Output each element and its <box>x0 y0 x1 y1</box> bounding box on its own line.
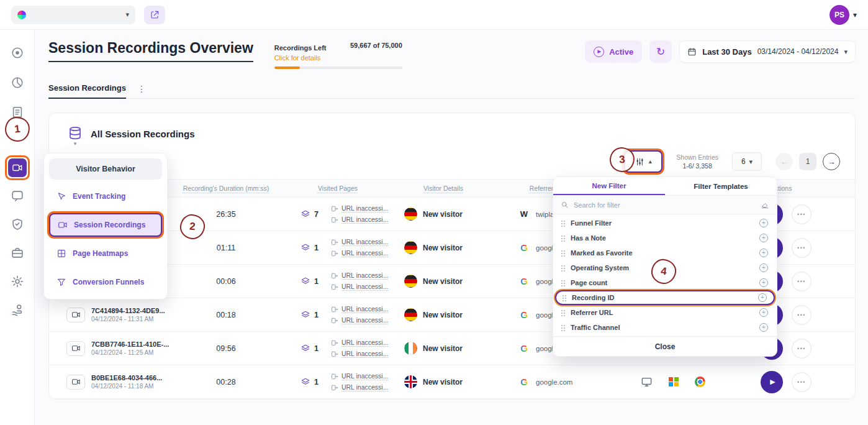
clear-search-icon[interactable] <box>761 201 769 209</box>
recording-date: 04/12/2024 - 11:25 AM <box>91 349 169 356</box>
visited-url[interactable]: URL inaccessi... <box>331 204 388 212</box>
visitor-country-flag-icon <box>404 308 417 321</box>
filter-option-has-a-note[interactable]: Has a Note+ <box>553 231 777 245</box>
add-filter-icon[interactable]: + <box>759 308 768 317</box>
page-heatmaps-icon <box>57 249 66 258</box>
row-actions-button[interactable]: ••• <box>792 204 811 224</box>
tab-new-filter[interactable]: New Filter <box>553 177 665 195</box>
add-filter-icon[interactable]: + <box>759 323 768 332</box>
filter-option-recording-id[interactable]: Recording ID+ <box>555 290 775 305</box>
refresh-button[interactable]: ↻ <box>649 40 672 63</box>
row-actions-button[interactable]: ••• <box>792 339 811 359</box>
sidebar-item-recordings-overview[interactable] <box>9 45 25 61</box>
sidebar-item-settings[interactable] <box>9 273 25 290</box>
drag-handle-icon[interactable] <box>561 235 565 242</box>
sidebar-item-business[interactable] <box>9 245 25 261</box>
row-actions-button[interactable]: ••• <box>792 372 811 392</box>
filter-option-referrer-url[interactable]: Referrer URL+ <box>553 305 777 320</box>
visited-url[interactable]: URL inaccessi... <box>331 339 388 347</box>
menu-item-conversion-funnels[interactable]: Conversion Funnels <box>49 270 162 294</box>
website-selector[interactable]: ▾ <box>11 6 135 24</box>
drag-handle-icon[interactable] <box>561 220 565 227</box>
page-size-select[interactable]: 6 ▾ <box>732 152 762 171</box>
drag-handle-icon[interactable] <box>561 309 565 316</box>
recording-id: 7CBB7746-1E11-410E-... <box>91 340 169 348</box>
sidebar-item-privacy[interactable] <box>9 216 25 232</box>
sidebar-item-analytics[interactable] <box>9 75 25 91</box>
shown-entries: Shown Entries 1-6/ 3,358 <box>676 153 718 170</box>
add-filter-icon[interactable]: + <box>758 293 767 302</box>
tab-filter-templates[interactable]: Filter Templates <box>665 177 777 195</box>
date-range-picker[interactable]: Last 30 Days 03/14/2024 - 04/12/2024 ▾ <box>679 40 856 63</box>
visitor-type: New visitor <box>423 378 463 386</box>
drag-handle-icon[interactable] <box>561 324 565 331</box>
drag-handle-icon[interactable] <box>561 280 565 286</box>
add-filter-icon[interactable]: + <box>759 278 768 287</box>
row-actions-button[interactable]: ••• <box>792 238 811 258</box>
sidebar-item-session-recordings-active[interactable] <box>5 155 30 180</box>
next-page-button[interactable]: → <box>823 153 840 170</box>
open-website-button[interactable] <box>144 6 165 24</box>
visitor-country-flag-icon <box>404 241 417 254</box>
sidebar-item-monetization[interactable] <box>9 302 25 318</box>
user-avatar[interactable]: PS <box>830 5 849 25</box>
duration-value: 09:56 <box>173 344 279 353</box>
visited-url[interactable]: URL inaccessi... <box>331 272 388 280</box>
visited-url[interactable]: URL inaccessi... <box>331 383 388 391</box>
recordings-type-dropdown-icon[interactable]: ▾ <box>74 141 77 147</box>
add-filter-icon[interactable]: + <box>759 234 768 242</box>
visited-url[interactable]: URL inaccessi... <box>331 283 388 291</box>
active-label: Active <box>609 47 633 57</box>
visited-url[interactable]: URL inaccessi... <box>331 350 388 358</box>
visited-url[interactable]: URL inaccessi... <box>331 305 388 313</box>
visited-url[interactable]: URL inaccessi... <box>331 238 388 246</box>
filter-option-funnel-filter[interactable]: Funnel Filter+ <box>553 216 777 231</box>
filter-search-input[interactable] <box>574 201 756 209</box>
menu-item-page-heatmaps[interactable]: Page Heatmaps <box>49 242 162 265</box>
filter-option-traffic-channel[interactable]: Traffic Channel+ <box>553 320 777 335</box>
add-filter-icon[interactable]: + <box>759 249 768 257</box>
drag-handle-icon[interactable] <box>561 250 565 257</box>
chrome-browser-icon <box>695 377 705 387</box>
recordings-progress-bar <box>274 66 402 69</box>
row-actions-button[interactable]: ••• <box>792 305 811 325</box>
tab-session-recordings[interactable]: Session Recordings <box>48 79 126 99</box>
visited-url[interactable]: URL inaccessi... <box>331 249 388 257</box>
recording-id: 7C414894-1132-4DE9... <box>91 307 165 314</box>
visited-url[interactable]: URL inaccessi... <box>331 216 388 224</box>
sidebar-item-feedback[interactable] <box>9 188 25 204</box>
page-enter-icon <box>331 283 338 291</box>
page-enter-icon <box>331 317 338 324</box>
page-exit-icon <box>331 239 338 246</box>
sidebar <box>0 30 35 425</box>
add-filter-icon[interactable]: + <box>759 219 768 227</box>
visitor-type: New visitor <box>423 311 463 319</box>
add-filter-icon[interactable]: + <box>759 263 768 272</box>
menu-header-visitor-behavior: Visitor Behavior <box>49 158 162 180</box>
drag-handle-icon[interactable] <box>561 265 565 272</box>
menu-item-session-recordings[interactable]: Session Recordings <box>49 213 162 237</box>
tab-options-kebab-icon[interactable]: ⋮ <box>137 84 146 94</box>
drag-handle-icon[interactable] <box>562 295 566 301</box>
play-recording-button[interactable]: ▶ <box>761 371 783 393</box>
recordings-count: 59,667 of 75,000 <box>350 42 402 49</box>
visitor-country-flag-icon <box>404 208 417 221</box>
active-status-button[interactable]: ▶ Active <box>585 40 642 63</box>
visited-url[interactable]: URL inaccessi... <box>331 372 388 380</box>
previous-page-button[interactable]: ← <box>775 153 793 170</box>
chevron-down-icon: ▾ <box>749 158 753 165</box>
row-actions-button[interactable]: ••• <box>792 272 811 291</box>
visited-url[interactable]: URL inaccessi... <box>331 316 388 324</box>
referrer-favicon-icon: G <box>518 309 530 321</box>
duration-value: 00:28 <box>173 378 279 386</box>
page-exit-icon <box>331 272 338 280</box>
pages-count: 1 <box>314 378 319 386</box>
close-filter-panel-button[interactable]: Close <box>553 336 777 356</box>
click-for-details-link[interactable]: Click for details <box>274 54 327 62</box>
menu-item-event-tracking[interactable]: Event Tracking <box>49 185 162 208</box>
event-tracking-icon <box>57 191 66 201</box>
visitor-type: New visitor <box>423 344 463 353</box>
table-row[interactable]: B0BE1E68-4034-466... 04/12/2024 - 11:18 … <box>49 365 855 399</box>
filter-option-marked-as-favorite[interactable]: Marked as Favorite+ <box>553 245 777 260</box>
account-menu-chevron-icon[interactable]: ▾ <box>853 11 857 19</box>
